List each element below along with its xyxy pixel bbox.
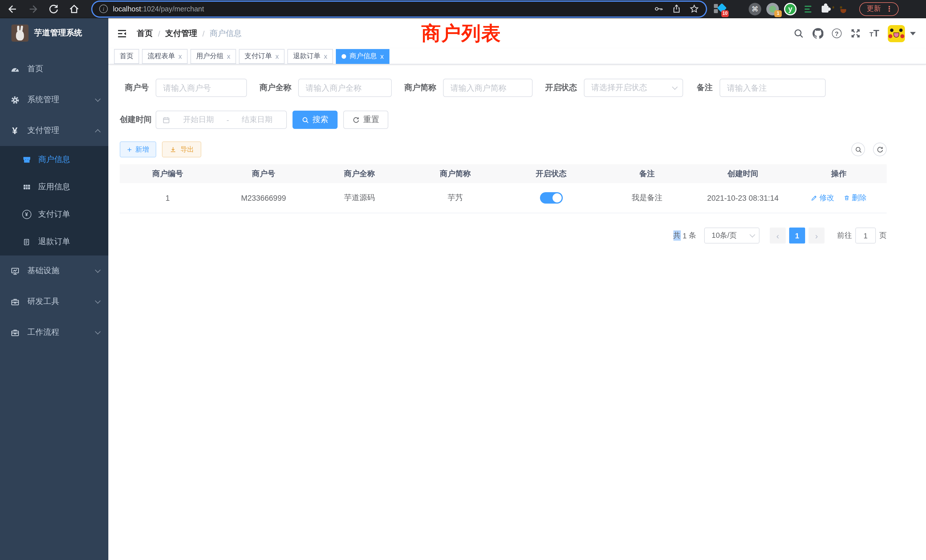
tab-close-icon[interactable]: x [227,53,230,60]
sidebar-item-refund-order[interactable]: 退款订单 [0,228,108,256]
breadcrumb-payment[interactable]: 支付管理 [165,28,197,38]
avatar-dropdown-caret[interactable] [910,32,916,35]
tab-home[interactable]: 首页 [114,49,139,64]
date-range-picker[interactable]: 开始日期 - 结束日期 [156,110,287,129]
breadcrumb-home[interactable]: 首页 [137,28,153,38]
sidebar-item-label: 基础设施 [27,266,59,276]
github-icon[interactable] [813,28,823,39]
sidebar-item-label: 首页 [27,64,43,74]
forward-icon[interactable] [27,3,39,15]
status-toggle[interactable] [540,192,563,204]
reload-icon[interactable] [48,3,59,15]
tab-close-icon[interactable]: x [179,53,182,60]
sidebar-item-payment[interactable]: ¥ 支付管理 [0,115,108,146]
help-icon[interactable]: ? [832,29,841,38]
extensions-puzzle-icon[interactable] [819,3,832,15]
show-search-button[interactable] [851,142,865,156]
font-size-icon[interactable]: TT [870,28,879,39]
sidebar-item-home[interactable]: 首页 [0,54,108,85]
export-button[interactable]: 导出 [162,141,201,157]
extension-recorder-icon[interactable]: 1 [766,3,779,15]
back-icon[interactable] [7,3,18,15]
merchant-no-input[interactable] [156,79,247,97]
field-label: 创建时间 [120,115,156,125]
table-row: 1 M233666999 芋道源码 芋艿 我是备注 2021-10-23 08:… [120,183,887,213]
breadcrumb-separator: / [158,29,160,38]
tab-close-icon[interactable]: x [380,53,384,60]
status-select[interactable]: 请选择开启状态 [584,79,683,97]
extension-squares-icon[interactable]: 10 [713,3,726,15]
delete-link[interactable]: 删除 [843,193,867,203]
tab-label: 用户分组 [196,51,224,61]
chevron-down-icon [95,329,101,334]
prev-page-button[interactable]: ‹ [770,227,786,244]
sidebar-item-workflow[interactable]: 工作流程 [0,317,108,348]
tab-refund-order[interactable]: 退款订单 x [287,49,333,64]
extension-strip: 10 ⌘ 1 y 更新 ⋮ [713,2,899,16]
pagination: 共 1 条 10条/页 ‹ 1 › 前往 页 [120,227,887,244]
fullscreen-icon[interactable] [850,28,861,39]
extension-notes-icon[interactable] [802,3,814,15]
merchant-name-input[interactable] [298,79,392,97]
filter-create-time: 创建时间 开始日期 - 结束日期 [120,110,287,129]
next-page-button[interactable]: › [808,227,825,244]
tab-pay-order[interactable]: 支付订单 x [239,49,284,64]
sidebar-item-merchant-info[interactable]: 商户信息 [0,146,108,173]
search-button[interactable]: 搜索 [292,110,337,129]
url-bar[interactable]: i localhost:1024/pay/merchant [92,2,706,16]
merchant-short-input[interactable] [443,79,533,97]
chevron-down-icon [749,232,755,238]
search-icon[interactable] [793,28,804,39]
column-header: 开启状态 [503,168,599,179]
home-icon[interactable] [68,3,80,15]
page-1-button[interactable]: 1 [789,227,805,244]
extension-gem-icon[interactable] [731,3,743,15]
browser-menu-icon[interactable]: ⋮ [885,5,893,13]
calendar-icon [162,115,171,124]
date-separator: - [227,115,229,124]
add-button[interactable]: + 新增 [120,141,156,157]
tab-user-group[interactable]: 用户分组 x [191,49,236,64]
download-icon [169,146,177,153]
profile-emoji-icon[interactable] [837,3,850,15]
goto-page-input[interactable] [855,227,876,244]
chevron-up-icon [95,129,101,135]
column-header: 操作 [791,168,887,179]
cell-merchant-id: 1 [120,194,216,202]
browser-update-button[interactable]: 更新 ⋮ [859,2,899,16]
refresh-table-button[interactable] [873,142,887,156]
toolbox-icon [10,297,20,307]
sidebar-item-devtools[interactable]: 研发工具 [0,286,108,317]
export-button-label: 导出 [180,145,194,154]
page-size-select[interactable]: 10条/页 [704,227,760,244]
tab-process-form[interactable]: 流程表单 x [142,49,188,64]
sidebar-item-app-info[interactable]: 应用信息 [0,173,108,201]
trash-icon [843,194,850,201]
sidebar-item-infrastructure[interactable]: 基础设施 [0,256,108,286]
edit-link[interactable]: 修改 [811,193,834,203]
cell-merchant-no: M233666999 [216,194,311,202]
total-suffix: 条 [689,230,696,241]
password-key-icon[interactable] [654,4,664,14]
update-label: 更新 [867,4,881,14]
remark-input[interactable] [720,79,826,97]
bookmark-star-icon[interactable] [689,4,699,14]
search-button-label: 搜索 [312,115,328,125]
reset-button[interactable]: 重置 [343,110,388,129]
tab-close-icon[interactable]: x [275,53,279,60]
tab-merchant-info[interactable]: 商户信息 x [336,49,389,64]
tab-close-icon[interactable]: x [324,53,327,60]
sidebar-collapse-icon[interactable] [117,28,128,39]
extension-command-icon[interactable]: ⌘ [749,3,761,15]
sidebar-item-pay-order[interactable]: ¥ 支付订单 [0,201,108,228]
app-logo[interactable]: 芋道管理系统 [0,18,108,48]
sidebar-item-system[interactable]: 系统管理 [0,85,108,115]
column-header: 备注 [599,168,695,179]
cell-actions: 修改 删除 [791,193,887,203]
extension-y-icon[interactable]: y [784,3,797,15]
browser-toolbar: i localhost:1024/pay/merchant 10 ⌘ 1 y [0,0,926,18]
share-icon[interactable] [672,4,681,14]
user-avatar[interactable] [888,25,905,42]
sidebar-item-label: 支付管理 [27,126,59,136]
site-info-icon[interactable]: i [99,5,108,13]
